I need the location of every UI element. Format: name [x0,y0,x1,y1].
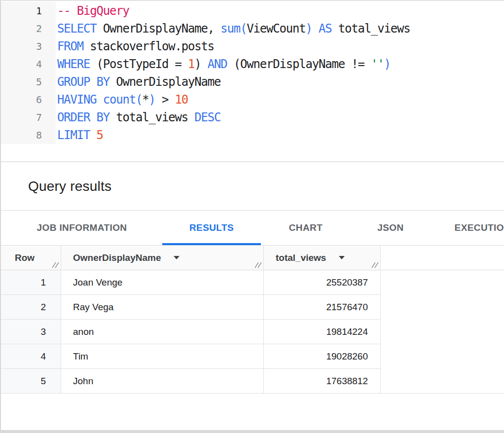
line-number: 7 [1,108,56,126]
column-resize-handle[interactable] [51,261,59,268]
code-line[interactable]: 5GROUP BY OwnerDisplayName [1,73,504,91]
tab-json[interactable]: JSON [351,211,431,245]
cell-row-number: 2 [1,295,61,320]
cell-total-views: 19814224 [264,320,381,344]
cell-owner-display-name: Ray Vega [61,295,264,320]
code-text: LIMIT 5 [56,126,103,144]
cell-row-number: 1 [1,270,61,295]
cell-empty [381,295,504,320]
code-line[interactable]: 1-- BigQuery [1,2,504,20]
tab-job-information[interactable]: JOB INFORMATION [14,211,150,245]
code-line[interactable]: 8LIMIT 5 [1,126,504,144]
results-table: RowOwnerDisplayNametotal_views 1Joan Ven… [1,246,504,394]
column-label: OwnerDisplayName [73,253,161,263]
column-header-owner-display-name[interactable]: OwnerDisplayName [61,246,264,270]
cell-total-views: 25520387 [264,270,381,295]
table-row: 2Ray Vega21576470 [1,295,504,320]
column-resize-handle[interactable] [254,261,262,268]
code-line[interactable]: 4WHERE (PostTypeId = 1) AND (OwnerDispla… [1,55,504,73]
query-results-section: Query results [1,162,504,211]
cell-empty [381,369,504,394]
column-label: Row [15,253,35,263]
cell-empty [381,270,504,295]
empty-area [1,394,504,426]
column-header-row[interactable]: Row [1,246,61,270]
column-resize-handle[interactable] [371,261,379,268]
column-label: total_views [276,253,326,263]
bigquery-panel: 1-- BigQuery2SELECT OwnerDisplayName, su… [0,0,504,433]
cell-owner-display-name: anon [61,320,264,344]
table-row: 3anon19814224 [1,320,504,344]
line-number: 4 [1,55,56,73]
cell-empty [381,320,504,344]
cell-row-number: 3 [1,320,61,344]
table-row: 4Tim19028260 [1,344,504,369]
query-results-title: Query results [28,179,111,194]
editor-lines: 1-- BigQuery2SELECT OwnerDisplayName, su… [1,2,504,144]
tab-chart[interactable]: CHART [261,211,351,245]
code-text: ORDER BY total_views DESC [56,108,220,126]
line-number: 5 [1,73,56,91]
line-number: 2 [1,20,56,37]
cell-row-number: 4 [1,344,61,369]
line-number: 1 [1,2,56,20]
code-line[interactable]: 3FROM stackoverflow.posts [1,37,504,55]
code-line[interactable]: 7ORDER BY total_views DESC [1,108,504,126]
code-line[interactable]: 6HAVING count(*) > 10 [1,91,504,108]
cell-row-number: 5 [1,369,61,394]
table-row: 1Joan Venge25520387 [1,270,504,295]
tab-results[interactable]: RESULTS [162,211,261,245]
cell-empty [381,344,504,369]
table-header-row: RowOwnerDisplayNametotal_views [1,246,504,270]
table-body: 1Joan Venge255203872Ray Vega215764703ano… [1,270,504,394]
panel-bottom-edge [1,430,504,433]
cell-total-views: 19028260 [264,344,381,369]
column-header-total-views[interactable]: total_views [264,246,381,270]
cell-owner-display-name: Joan Venge [61,270,264,295]
line-number: 6 [1,91,56,108]
code-text: WHERE (PostTypeId = 1) AND (OwnerDisplay… [56,55,391,73]
table-row: 5John17638812 [1,369,504,394]
tab-bar: JOB INFORMATIONRESULTSCHARTJSONEXECUTION… [1,211,504,246]
code-text: -- BigQuery [56,2,129,20]
sql-editor[interactable]: 1-- BigQuery2SELECT OwnerDisplayName, su… [1,1,504,162]
tab-execution-details[interactable]: EXECUTION DETAILS [431,211,504,245]
sort-dropdown-icon[interactable] [174,256,180,259]
cell-total-views: 21576470 [264,295,381,320]
cell-total-views: 17638812 [264,369,381,394]
code-text: FROM stackoverflow.posts [56,37,214,55]
line-number: 3 [1,37,56,55]
cell-owner-display-name: Tim [61,344,264,369]
code-text: SELECT OwnerDisplayName, sum(ViewCount) … [56,20,410,37]
line-number: 8 [1,126,56,144]
sort-dropdown-icon[interactable] [339,256,345,259]
cell-owner-display-name: John [61,369,264,394]
column-header-empty [381,246,504,270]
code-text: HAVING count(*) > 10 [56,91,188,108]
code-text: GROUP BY OwnerDisplayName [56,73,220,91]
code-line[interactable]: 2SELECT OwnerDisplayName, sum(ViewCount)… [1,20,504,37]
